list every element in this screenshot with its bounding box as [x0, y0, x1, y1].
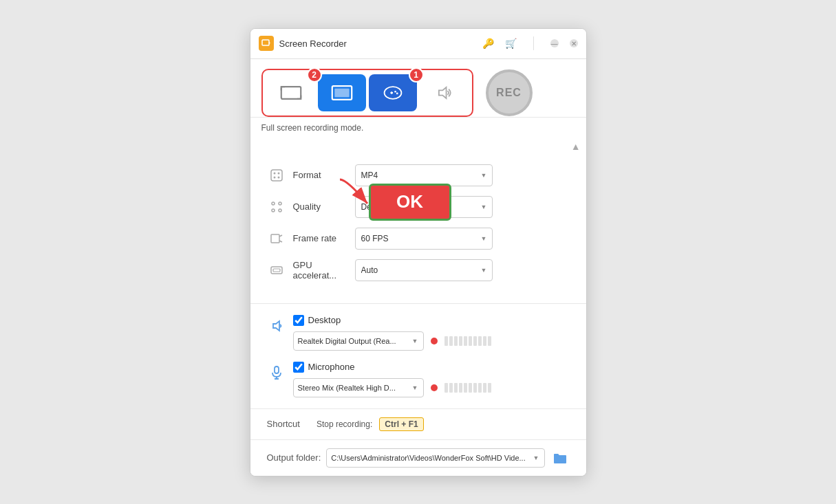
- stop-recording-label: Stop recording:: [317, 419, 372, 429]
- svg-point-16: [272, 202, 275, 205]
- desktop-volume-bar: [444, 336, 491, 346]
- svg-marker-10: [438, 87, 446, 98]
- shortcut-row: Stop recording: Ctrl + F1: [317, 417, 424, 431]
- microphone-volume-dot: [431, 384, 438, 391]
- format-icon: [267, 166, 286, 185]
- svg-rect-4: [334, 88, 349, 96]
- desktop-label: Desktop: [308, 315, 341, 325]
- browse-folder-button[interactable]: [550, 448, 570, 468]
- framerate-label: Frame rate: [293, 233, 355, 243]
- title-bar-icons: 🔑 🛒 — ✕: [482, 36, 578, 50]
- vol-seg: [488, 383, 491, 393]
- svg-rect-2: [281, 87, 300, 99]
- desktop-device-row: Realtek Digital Output (Rea...: [293, 331, 570, 351]
- gpu-row: GPU accelerat... Auto On Off: [267, 259, 570, 281]
- desktop-audio-row: Desktop Realtek Digital Output (Rea...: [267, 315, 570, 351]
- framerate-row: Frame rate 60 FPS 30 FPS 24 FPS: [267, 228, 570, 250]
- framerate-icon: [267, 229, 286, 248]
- vol-seg: [449, 383, 453, 393]
- gpu-select-wrapper: Auto On Off: [355, 259, 493, 281]
- vol-seg: [488, 336, 491, 346]
- minimize-button[interactable]: —: [550, 39, 559, 47]
- svg-point-19: [279, 209, 281, 212]
- settings-section: Format MP4 AVI MOV Quality: [250, 152, 586, 304]
- microphone-volume-bar: [444, 383, 491, 393]
- output-section: Output folder: C:\Users\Administrator\Vi…: [250, 440, 586, 476]
- ok-button[interactable]: OK: [369, 184, 451, 221]
- shortcut-key: Ctrl + F1: [379, 417, 423, 431]
- svg-point-15: [277, 176, 279, 178]
- screen-recorder-window: Screen Recorder 🔑 🛒 — ✕ 2: [250, 28, 587, 476]
- rec-button-wrapper: REC: [486, 69, 533, 116]
- svg-point-14: [273, 176, 275, 178]
- microphone-icon: [267, 363, 286, 382]
- recording-bar: 2 1: [250, 59, 586, 118]
- svg-rect-23: [271, 267, 282, 274]
- microphone-label: Microphone: [308, 362, 355, 372]
- badge-1: 1: [409, 67, 424, 83]
- vol-seg: [478, 383, 482, 393]
- vol-seg: [473, 383, 477, 393]
- rec-button[interactable]: REC: [486, 69, 533, 116]
- output-path-wrapper: C:\Users\Administrator\Videos\WonderFox …: [326, 448, 544, 468]
- speaker-icon: [267, 316, 286, 336]
- gpu-label: GPU accelerat...: [293, 260, 355, 281]
- format-label: Format: [293, 170, 355, 180]
- vol-seg: [469, 336, 472, 346]
- crop-mode-button[interactable]: 2: [267, 74, 315, 111]
- quality-icon: [267, 197, 286, 217]
- vol-seg: [454, 383, 458, 393]
- svg-marker-1: [269, 42, 270, 44]
- microphone-row: Microphone Stereo Mix (Realtek High D...: [267, 362, 570, 397]
- close-button[interactable]: ✕: [570, 39, 578, 47]
- shortcut-label: Shortcut: [267, 419, 300, 429]
- framerate-select[interactable]: 60 FPS 30 FPS 24 FPS: [355, 228, 493, 250]
- format-select-wrapper: MP4 AVI MOV: [355, 164, 493, 186]
- output-label: Output folder:: [267, 452, 321, 463]
- collapse-arrow[interactable]: ▲: [250, 140, 586, 152]
- vol-seg: [459, 383, 462, 393]
- vol-seg: [483, 336, 486, 346]
- svg-marker-26: [273, 321, 279, 331]
- desktop-checkbox[interactable]: [293, 315, 304, 326]
- svg-rect-20: [271, 234, 279, 243]
- microphone-checkbox[interactable]: [293, 362, 304, 373]
- vol-seg: [459, 336, 462, 346]
- desktop-label-row: Desktop: [293, 315, 570, 326]
- title-bar: Screen Recorder 🔑 🛒 — ✕: [250, 29, 586, 59]
- vol-seg: [464, 336, 467, 346]
- vol-seg: [483, 383, 486, 393]
- vol-seg: [444, 336, 448, 346]
- mode-buttons-group: 2 1: [261, 69, 473, 117]
- svg-point-8: [394, 90, 396, 92]
- gpu-select[interactable]: Auto On Off: [355, 259, 493, 281]
- gpu-icon: [267, 261, 286, 280]
- app-logo: [259, 36, 274, 51]
- microphone-device-select[interactable]: Stereo Mix (Realtek High D...: [293, 378, 424, 397]
- svg-rect-24: [273, 269, 280, 272]
- vol-seg: [473, 336, 477, 346]
- fullscreen-mode-button[interactable]: [318, 74, 366, 111]
- format-select[interactable]: MP4 AVI MOV: [355, 164, 493, 186]
- audio-mode-button[interactable]: [420, 74, 468, 111]
- svg-point-12: [273, 172, 275, 174]
- vol-seg: [464, 383, 467, 393]
- game-mode-button[interactable]: 1: [369, 74, 417, 111]
- svg-point-13: [277, 172, 279, 174]
- svg-point-9: [396, 92, 398, 94]
- separator: [533, 36, 534, 50]
- desktop-device-select-wrapper: Realtek Digital Output (Rea...: [293, 331, 424, 351]
- key-icon[interactable]: 🔑: [482, 38, 494, 49]
- fullscreen-label: Full screen recording mode.: [250, 118, 586, 140]
- output-path-select[interactable]: C:\Users\Administrator\Videos\WonderFox …: [326, 448, 544, 468]
- window-title: Screen Recorder: [279, 39, 482, 49]
- svg-rect-27: [275, 366, 279, 373]
- quality-label: Quality: [293, 201, 355, 212]
- cart-icon[interactable]: 🛒: [505, 38, 517, 49]
- shortcut-section: Shortcut Stop recording: Ctrl + F1: [250, 409, 586, 440]
- microphone-device-row: Stereo Mix (Realtek High D...: [293, 378, 570, 397]
- svg-point-18: [272, 209, 275, 212]
- desktop-device-select[interactable]: Realtek Digital Output (Rea...: [293, 331, 424, 351]
- vol-seg: [478, 336, 482, 346]
- format-row: Format MP4 AVI MOV: [267, 164, 570, 186]
